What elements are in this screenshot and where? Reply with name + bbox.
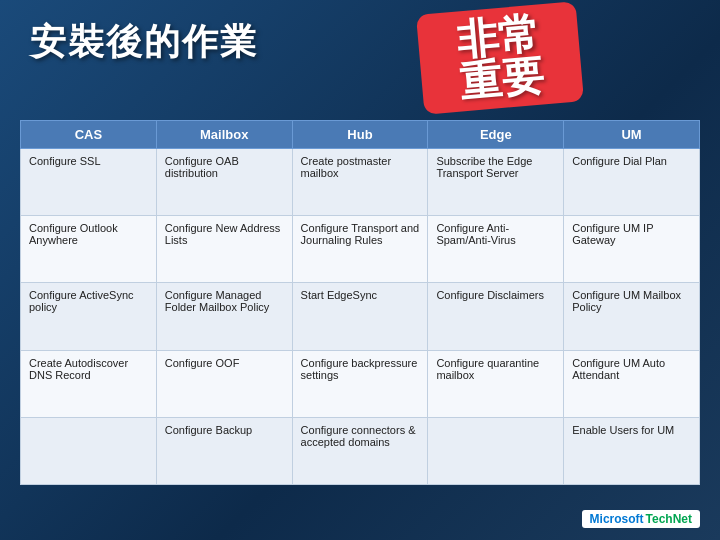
table-row: Configure SSLConfigure OAB distributionC… (21, 149, 700, 216)
table-cell: Configure Outlook Anywhere (21, 216, 157, 283)
col-header-mailbox: Mailbox (156, 121, 292, 149)
table-cell: Configure Disclaimers (428, 283, 564, 350)
table-cell: Configure Managed Folder Mailbox Policy (156, 283, 292, 350)
table-cell: Create postmaster mailbox (292, 149, 428, 216)
table-row: Configure BackupConfigure connectors & a… (21, 417, 700, 484)
table-row: Create Autodiscover DNS RecordConfigure … (21, 350, 700, 417)
logo-box: Microsoft TechNet (582, 510, 700, 528)
main-table-container: CAS Mailbox Hub Edge UM Configure SSLCon… (20, 120, 700, 485)
table-cell: Configure ActiveSync policy (21, 283, 157, 350)
page-title: 安裝後的作業 (30, 18, 258, 67)
col-header-hub: Hub (292, 121, 428, 149)
table-cell: Configure connectors & accepted domains (292, 417, 428, 484)
col-header-cas: CAS (21, 121, 157, 149)
table-cell: Configure UM IP Gateway (564, 216, 700, 283)
col-header-edge: Edge (428, 121, 564, 149)
table-cell: Subscribe the Edge Transport Server (428, 149, 564, 216)
table-row: Configure ActiveSync policyConfigure Man… (21, 283, 700, 350)
stamp-text: 非常重要 (454, 12, 545, 103)
table-cell: Configure Dial Plan (564, 149, 700, 216)
table-cell: Configure OAB distribution (156, 149, 292, 216)
table-header-row: CAS Mailbox Hub Edge UM (21, 121, 700, 149)
table-cell: Configure Anti-Spam/Anti-Virus (428, 216, 564, 283)
technet-label: TechNet (646, 512, 692, 526)
table-cell: Configure Transport and Journaling Rules (292, 216, 428, 283)
table-row: Configure Outlook AnywhereConfigure New … (21, 216, 700, 283)
table-cell: Configure backpressure settings (292, 350, 428, 417)
table-cell (21, 417, 157, 484)
table-cell: Configure OOF (156, 350, 292, 417)
stamp-badge: 非常重要 (416, 1, 584, 115)
table-cell: Configure Backup (156, 417, 292, 484)
microsoft-label: Microsoft (590, 512, 644, 526)
table-cell (428, 417, 564, 484)
col-header-um: UM (564, 121, 700, 149)
table-cell: Start EdgeSync (292, 283, 428, 350)
table-cell: Enable Users for UM (564, 417, 700, 484)
table-cell: Configure UM Mailbox Policy (564, 283, 700, 350)
table-cell: Configure New Address Lists (156, 216, 292, 283)
table-cell: Configure UM Auto Attendant (564, 350, 700, 417)
title-area: 安裝後的作業 (30, 18, 258, 67)
table-cell: Configure quarantine mailbox (428, 350, 564, 417)
tasks-table: CAS Mailbox Hub Edge UM Configure SSLCon… (20, 120, 700, 485)
table-cell: Configure SSL (21, 149, 157, 216)
technet-logo: Microsoft TechNet (582, 510, 700, 528)
table-cell: Create Autodiscover DNS Record (21, 350, 157, 417)
